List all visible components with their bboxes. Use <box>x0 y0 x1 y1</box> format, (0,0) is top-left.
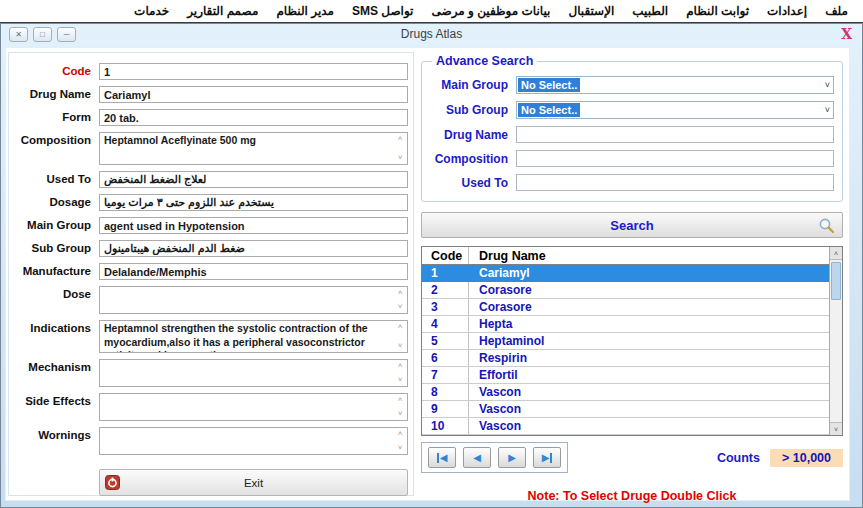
drug-name-field[interactable] <box>99 86 408 103</box>
table-row[interactable]: 1 Cariamyl <box>422 265 829 282</box>
last-record-button[interactable]: ▶ <box>533 447 561 468</box>
form-label: Form <box>13 109 91 123</box>
exit-button[interactable]: Exit <box>99 469 408 496</box>
dose-field[interactable]: ˄ ˅ <box>99 286 408 314</box>
scroll-down-icon[interactable]: ˅ <box>394 342 406 350</box>
scroll-up-icon[interactable]: ˄ <box>394 430 406 438</box>
menu-item-sms[interactable]: تواصل SMS <box>343 4 423 18</box>
menu-item-file[interactable]: ملف <box>816 4 857 18</box>
table-row[interactable]: 8 Vascon <box>422 384 829 401</box>
table-row[interactable]: 4 Hepta <box>422 316 829 333</box>
row-drug-name: Heptaminol <box>468 333 829 349</box>
main-group-dropdown[interactable]: No Select.. ˅ <box>516 76 834 94</box>
drug-detail-panel: Code Drug Name Form Composition Heptamno… <box>8 52 414 496</box>
table-row[interactable]: 2 Corasore <box>422 282 829 299</box>
counts-value: > 10,000 <box>770 449 843 467</box>
sub-group-selected-value: No Select.. <box>518 103 580 117</box>
table-row[interactable]: 3 Corasore <box>422 299 829 316</box>
search-composition-label: Composition <box>428 152 508 166</box>
table-scrollbar[interactable]: ˄ ˅ <box>829 247 842 435</box>
scroll-down-icon[interactable]: ˅ <box>394 410 406 418</box>
scroll-down-icon[interactable]: ˅ <box>394 444 406 452</box>
table-row[interactable]: 5 Heptaminol <box>422 333 829 350</box>
menu-item-reception[interactable]: الإستقبال <box>559 4 623 18</box>
dose-label: Dose <box>13 286 91 300</box>
app-screen: ملف إعدادات ثوابت النظام الطبيب الإستقبا… <box>0 0 863 508</box>
table-row[interactable]: 9 Vascon <box>422 401 829 418</box>
row-drug-name: Cariamyl <box>468 265 829 281</box>
drugs-atlas-window: ✕ □ ─ Drugs Atlas X Code Drug Name Form <box>0 23 863 508</box>
dosage-label: Dosage <box>13 194 91 208</box>
code-field[interactable] <box>99 63 408 80</box>
scroll-up-icon[interactable]: ˄ <box>394 289 406 297</box>
scroll-down-icon[interactable]: ˅ <box>830 422 842 435</box>
previous-record-button[interactable]: ◀ <box>463 447 491 468</box>
search-composition-input[interactable] <box>516 150 834 167</box>
table-row[interactable]: 6 Respirin <box>422 350 829 367</box>
indications-field[interactable]: Heptamnol strengthen the systolic contra… <box>99 320 408 353</box>
advance-search-title: Advance Search <box>432 54 537 68</box>
sub-group-label: Sub Group <box>13 240 91 254</box>
search-sub-group-label: Sub Group <box>428 103 508 117</box>
scroll-down-icon[interactable]: ˅ <box>394 303 406 311</box>
search-button[interactable]: Search <box>421 212 843 238</box>
results-header-row: Code Drug Name <box>422 247 829 265</box>
double-click-note: Note: To Select Druge Double Click <box>419 489 845 503</box>
used-to-field[interactable] <box>99 171 408 188</box>
used-to-label: Used To <box>13 171 91 185</box>
window-content: Code Drug Name Form Composition Heptamno… <box>5 47 850 501</box>
table-row[interactable]: 10 Vascon <box>422 418 829 435</box>
scroll-up-icon[interactable]: ˄ <box>394 323 406 331</box>
first-record-button[interactable]: ◀ <box>428 447 456 468</box>
scroll-up-icon[interactable]: ˄ <box>394 396 406 404</box>
sub-group-field[interactable] <box>99 240 408 257</box>
scroll-down-icon[interactable]: ˅ <box>394 376 406 384</box>
search-drug-name-input[interactable] <box>516 126 834 143</box>
close-icon[interactable]: X <box>841 26 852 42</box>
row-drug-name: Vascon <box>468 418 829 434</box>
menu-item-system-constants[interactable]: ثوابت النظام <box>677 4 758 18</box>
next-record-button[interactable]: ▶ <box>498 447 526 468</box>
record-navigator: ◀ ◀ ▶ ▶ <box>421 442 568 473</box>
manufacture-field[interactable] <box>99 263 408 280</box>
drug-name-column-header: Drug Name <box>468 247 829 264</box>
search-used-to-input[interactable] <box>516 174 834 191</box>
row-code: 7 <box>422 368 468 382</box>
main-group-label: Main Group <box>13 217 91 231</box>
row-drug-name: Vascon <box>468 384 829 400</box>
scroll-up-icon[interactable]: ˄ <box>394 135 406 143</box>
menu-item-report-designer[interactable]: مصمم التقارير <box>178 4 267 18</box>
menu-item-system-admin[interactable]: مدير النظام <box>267 4 343 18</box>
scroll-up-icon[interactable]: ˄ <box>394 362 406 370</box>
main-group-selected-value: No Select.. <box>518 78 580 92</box>
side-effects-field[interactable]: ˄ ˅ <box>99 393 408 421</box>
menu-item-staff-patients-data[interactable]: بيانات موظفين و مرضى <box>422 4 559 18</box>
scroll-up-icon[interactable]: ˄ <box>830 247 842 260</box>
table-row[interactable]: 7 Effortil <box>422 367 829 384</box>
menu-item-settings[interactable]: إعدادات <box>758 4 816 18</box>
row-drug-name: Vascon <box>468 401 829 417</box>
mechanism-field[interactable]: ˄ ˅ <box>99 359 408 387</box>
main-group-field[interactable] <box>99 217 408 234</box>
search-drug-name-label: Drug Name <box>428 128 508 142</box>
menu-item-doctor[interactable]: الطبيب <box>623 4 677 18</box>
drug-name-label: Drug Name <box>13 86 91 100</box>
search-used-to-label: Used To <box>428 176 508 190</box>
search-button-label: Search <box>610 218 653 233</box>
side-effects-label: Side Effects <box>13 393 91 407</box>
wornings-field[interactable]: ˄ ˅ <box>99 427 408 455</box>
scrollbar-thumb[interactable] <box>831 262 841 300</box>
advance-search-group: Advance Search Main Group No Select.. ˅ … <box>421 54 843 202</box>
search-icon <box>818 217 835 234</box>
dosage-field[interactable] <box>99 194 408 211</box>
menu-bar: ملف إعدادات ثوابت النظام الطبيب الإستقبا… <box>0 0 863 23</box>
composition-text: Heptamnol Aceflyinate 500 mg <box>100 133 407 164</box>
indications-text: Heptamnol strengthen the systolic contra… <box>100 321 407 352</box>
composition-field[interactable]: Heptamnol Aceflyinate 500 mg ˄ ˅ <box>99 132 408 165</box>
menu-item-services[interactable]: خدمات <box>125 4 178 18</box>
scroll-down-icon[interactable]: ˅ <box>394 154 406 162</box>
mechanism-text <box>100 360 407 386</box>
row-drug-name: Respirin <box>468 350 829 366</box>
sub-group-dropdown[interactable]: No Select.. ˅ <box>516 101 834 119</box>
form-field[interactable] <box>99 109 408 126</box>
